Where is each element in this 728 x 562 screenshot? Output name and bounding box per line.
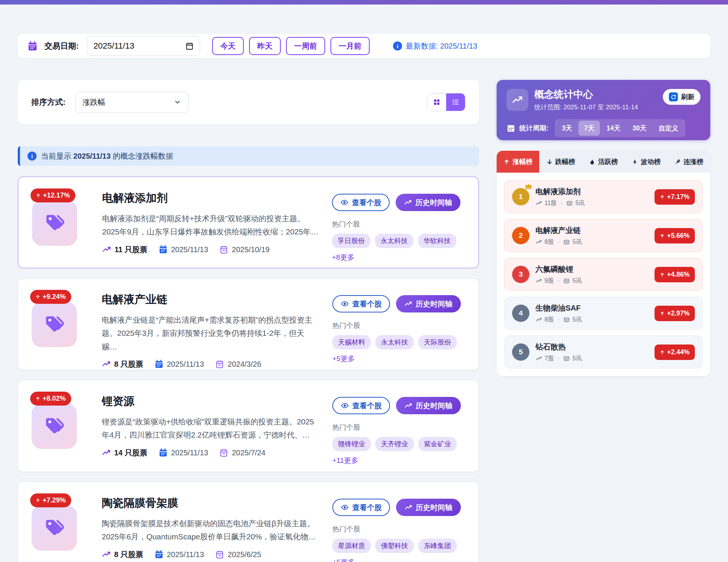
rank-tab-2[interactable]: 活跃榜 [582,151,625,173]
create-date: 2025/10/19 [232,245,269,254]
arrow-up-icon [660,350,665,355]
view-stocks-button[interactable]: 查看个股 [332,499,390,516]
rank-number-badge: 4 [512,305,529,322]
sort-label: 排序方式: [31,97,66,107]
hot-stocks-label: 热门个股 [332,219,465,229]
rank-tab-1[interactable]: 跌幅榜 [539,151,582,173]
clipboard-calendar-icon [215,360,224,369]
period-button-1[interactable]: 7天 [578,121,600,136]
hot-stock-tag-1[interactable]: 永太科技 [375,234,413,248]
refresh-button[interactable]: 刷新 [663,89,700,105]
rank-news-count: 5讯 [572,277,582,285]
hot-stock-tag-0[interactable]: 星源材质 [332,539,371,553]
news-icon [563,239,570,245]
view-stocks-label: 查看个股 [352,401,382,411]
arrow-up-icon [35,498,40,503]
hot-stock-tag-0[interactable]: 孚日股份 [332,234,370,248]
change-badge: +8.02% [30,392,71,406]
date-input[interactable]: 2025/11/13 [87,36,200,56]
rank-tab-0[interactable]: 涨幅榜 [497,151,539,173]
hot-stock-tag-2[interactable]: 紫金矿业 [418,437,457,451]
hot-stock-tag-1[interactable]: 永太科技 [375,335,414,349]
chart-line-icon [535,355,542,362]
clipboard-calendar-icon [215,550,224,559]
hot-stock-tag-2[interactable]: 华软科技 [418,234,456,248]
eye-icon [341,300,349,308]
period-buttons: 3天7天14天30天自定义 [555,119,685,137]
rank-concept-name: 生物柴油SAF [535,303,582,313]
history-timeline-button[interactable]: 历史时间轴 [396,295,461,312]
clipboard-calendar-icon [219,245,228,254]
hot-stock-tag-1[interactable]: 天齐锂业 [375,437,414,451]
view-stocks-button[interactable]: 查看个股 [332,295,390,312]
rank-stocks-count: 7股 [544,355,554,363]
quick-date-button-3[interactable]: 一月前 [330,37,370,55]
history-timeline-button[interactable]: 历史时间轴 [396,397,461,414]
view-stocks-button[interactable]: 查看个股 [332,397,390,414]
rank-meta: 8股 5讯 [535,316,582,324]
clipboard-calendar-icon [219,448,228,457]
concept-card[interactable]: +12.17% 电解液添加剂 电解液添加剂是“周期反转+技术升级”双轮驱动的投资… [18,176,479,268]
chart-line-icon [102,360,111,369]
rank-stocks-count: 8股 [544,238,554,246]
more-stocks-link[interactable]: +8更多 [332,253,355,262]
hot-stock-tag-0[interactable]: 赣锋锂业 [332,437,371,451]
more-stocks-link[interactable]: +5更多 [332,354,355,364]
period-button-4[interactable]: 自定义 [653,121,684,136]
rank-item[interactable]: 5 钻石散热 7股 5讯 +2.44% [504,335,703,369]
concept-icon-area: +9.24% [32,288,89,360]
date-picker-icon[interactable] [185,42,194,50]
dot-separator [557,355,561,362]
view-stocks-button[interactable]: 查看个股 [332,194,390,211]
concept-description: 电解液产业链是“产能出清尾声+需求复苏初期”的拐点型投资主题。2025年3月，新… [102,313,320,353]
rank-number-badge: 5 [512,343,529,361]
view-stocks-label: 查看个股 [352,198,381,208]
stats-range: 统计范围: 2025-11-07 至 2025-11-14 [534,103,638,112]
concept-description: 电解液添加剂是“周期反转+技术升级”双轮驱动的投资主题。2025年9月，山东孚日… [102,212,319,239]
change-value: +12.17% [43,191,70,199]
rank-item[interactable]: 3 六氟磷酸锂 9股 5讯 +4.86% [504,258,703,291]
quick-date-button-1[interactable]: 昨天 [249,37,281,55]
concept-main: 电解液添加剂 电解液添加剂是“周期反转+技术升级”双轮驱动的投资主题。2025年… [102,187,319,258]
list-view-button[interactable] [446,93,465,111]
stats-title: 概念统计中心 [534,89,638,100]
concept-actions: 查看个股 历史时间轴 热门个股 天赐材料永太科技天际股份+5更多 [332,288,465,360]
columns: 排序方式: 涨跌幅 i [18,80,710,562]
more-stocks-link[interactable]: +11更多 [332,456,358,466]
concept-card[interactable]: +7.29% 陶瓷隔膜骨架膜 陶瓷隔膜骨架膜是技术创新驱动的固态电池产业链β升级… [18,482,479,562]
period-button-2[interactable]: 14天 [601,121,626,136]
hot-stock-tag-2[interactable]: 东峰集团 [418,539,457,553]
hot-stock-tag-2[interactable]: 天际股份 [418,335,457,349]
sort-select[interactable]: 涨跌幅 [75,92,188,113]
rank-item[interactable]: 4 生物柴油SAF 8股 5讯 +2.97% [504,297,703,330]
concept-buttons: 查看个股 历史时间轴 [332,194,465,211]
rank-item[interactable]: 2 电解液产业链 8股 5讯 +5.66% [504,219,703,252]
history-timeline-label: 历史时间轴 [416,401,453,411]
period-button-3[interactable]: 30天 [627,121,652,136]
arrow-up-icon [503,159,510,165]
rank-tab-3[interactable]: 波动榜 [625,151,667,173]
hot-stock-tag-0[interactable]: 天赐材料 [332,335,371,349]
rank-item[interactable]: 1 电解液添加剂 11股 5讯 +7.17% [504,180,703,213]
rank-number-badge: 1 [512,188,529,205]
more-stocks-link[interactable]: +5更多 [332,557,355,562]
eye-icon [340,198,349,207]
period-button-0[interactable]: 3天 [556,121,578,136]
date-toolbar: 交易日期: 2025/11/13 今天昨天一周前一月前 i 最新数据: 2025… [18,34,710,58]
concept-card[interactable]: +9.24% 电解液产业链 电解液产业链是“产能出清尾声+需求复苏初期”的拐点型… [18,278,479,370]
concept-card[interactable]: +8.02% 锂资源 锂资源是“政策驱动+供给收缩”双重逻辑共振的投资主题。20… [18,380,479,472]
top-accent-bar [0,0,728,5]
hot-stock-tag-1[interactable]: 佛塑科技 [375,539,414,553]
update-date: 2025/11/13 [167,550,204,559]
history-timeline-button[interactable]: 历史时间轴 [396,499,461,516]
concept-meta: 14 只股票 2025/11/13 2025/7/24 [102,448,320,458]
concept-main: 陶瓷隔膜骨架膜 陶瓷隔膜骨架膜是技术创新驱动的固态电池产业链β升级主题。2025… [102,492,320,562]
quick-date-button-2[interactable]: 一周前 [286,37,325,55]
rank-tab-4[interactable]: 连涨榜 [668,151,710,173]
concept-buttons: 查看个股 历史时间轴 [332,397,465,414]
history-timeline-button[interactable]: 历史时间轴 [396,194,460,211]
quick-date-button-0[interactable]: 今天 [212,37,244,55]
grid-view-button[interactable] [427,93,446,111]
concept-title: 陶瓷隔膜骨架膜 [102,496,320,511]
rank-number-badge: 2 [512,227,529,244]
